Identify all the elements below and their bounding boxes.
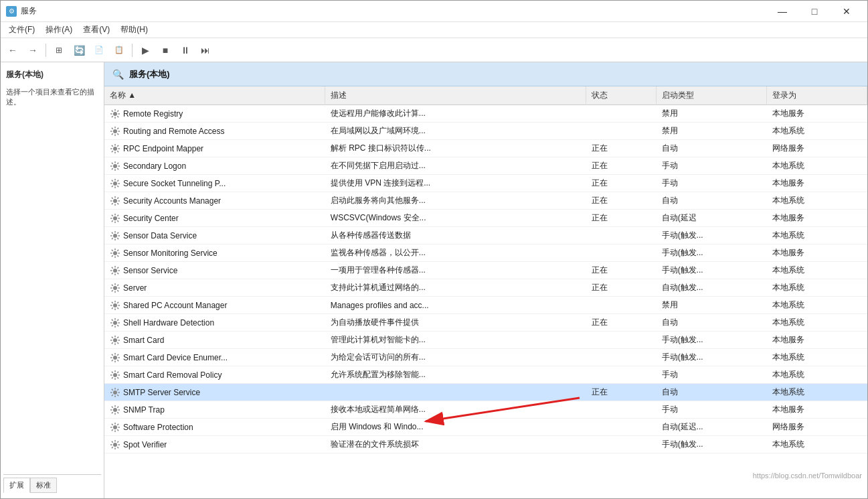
- service-name: Security Center: [123, 214, 179, 223]
- svg-point-126: [113, 356, 117, 360]
- svg-line-98: [112, 290, 113, 291]
- table-row[interactable]: RPC Endpoint Mapper 解析 RPC 接口标识符以传...正在自…: [104, 140, 867, 157]
- table-row[interactable]: Sensor Monitoring Service 监视各种传感器，以公开...…: [104, 244, 867, 262]
- service-name-cell: Security Accounts Manager: [104, 192, 325, 210]
- gear-icon: [110, 439, 120, 450]
- table-row[interactable]: Software Protection 启用 Windows 和 Windo..…: [104, 419, 867, 436]
- minimize-button[interactable]: —: [767, 1, 798, 22]
- properties-button[interactable]: 📋: [110, 41, 128, 60]
- table-row[interactable]: Smart Card Device Enumer... 为给定会话可访问的所有.…: [104, 349, 867, 366]
- back-button[interactable]: ←: [3, 41, 22, 60]
- svg-line-151: [117, 388, 118, 390]
- svg-line-24: [117, 151, 118, 152]
- service-startup-type: 手动(触发...: [657, 244, 767, 262]
- col-header-name[interactable]: 名称 ▲: [104, 86, 325, 105]
- svg-line-150: [117, 395, 118, 396]
- table-row[interactable]: Server 支持此计算机通过网络的...正在自动(触发...本地系统: [104, 279, 867, 297]
- svg-line-95: [112, 284, 113, 285]
- service-logon: 本地系统: [767, 384, 867, 401]
- service-startup-type: 手动: [657, 157, 767, 175]
- svg-line-80: [112, 255, 113, 257]
- table-row[interactable]: Smart Card Removal Policy 允许系统配置为移除智能...…: [104, 366, 867, 384]
- service-logon: 本地系统: [767, 157, 867, 175]
- service-description: 在不同凭据下启用启动过...: [325, 157, 586, 175]
- svg-point-0: [113, 112, 117, 116]
- service-description: [325, 384, 586, 401]
- col-header-desc[interactable]: 描述: [325, 86, 586, 105]
- service-name-cell: Secondary Logon: [104, 157, 325, 175]
- service-name: Sensor Service: [123, 266, 177, 275]
- col-header-status[interactable]: 状态: [586, 86, 657, 105]
- table-row[interactable]: Remote Registry 使远程用户能修改此计算...禁用本地服务: [104, 105, 867, 123]
- service-logon: 网络服务: [767, 140, 867, 157]
- service-status: 正在: [586, 314, 657, 332]
- menu-action[interactable]: 操作(A): [40, 23, 78, 37]
- col-header-startup[interactable]: 启动类型: [657, 86, 767, 105]
- content-header-icon: 🔍: [112, 69, 124, 80]
- sidebar-description: 选择一个项目来查看它的描述。: [3, 82, 101, 113]
- svg-line-14: [112, 127, 113, 129]
- service-name: Smart Card Device Enumer...: [123, 353, 228, 362]
- show-hide-button[interactable]: ⊞: [50, 41, 68, 60]
- svg-line-97: [117, 284, 118, 285]
- table-row[interactable]: Shared PC Account Manager Manages profil…: [104, 297, 867, 314]
- table-row[interactable]: Spot Verifier 验证潜在的文件系统损坏手动(触发...本地系统: [104, 436, 867, 453]
- menu-help[interactable]: 帮助(H): [115, 23, 153, 37]
- col-header-logon[interactable]: 登录为: [767, 86, 867, 105]
- table-row[interactable]: Sensor Service 一项用于管理各种传感器...正在手动(触发...本…: [104, 262, 867, 279]
- service-startup-type: 自动(触发...: [657, 279, 767, 297]
- svg-line-79: [117, 249, 118, 251]
- svg-line-89: [112, 273, 113, 274]
- table-row[interactable]: Security Accounts Manager 启动此服务将向其他服务...…: [104, 192, 867, 210]
- menu-view[interactable]: 查看(V): [78, 23, 115, 37]
- svg-point-108: [113, 321, 117, 325]
- maximize-button[interactable]: □: [799, 1, 830, 22]
- table-row[interactable]: Secondary Logon 在不同凭据下启用启动过...正在手动本地系统: [104, 157, 867, 175]
- service-name: Shell Hardware Detection: [123, 318, 214, 328]
- table-row[interactable]: SMTP Server Service 正在自动本地系统: [104, 384, 867, 401]
- menu-file[interactable]: 文件(F): [3, 23, 40, 37]
- pause-button[interactable]: ⏸: [176, 41, 195, 60]
- resume-button[interactable]: ⏭: [196, 41, 215, 60]
- table-container[interactable]: 名称 ▲ 描述 状态 启动类型 登录为: [104, 86, 867, 498]
- service-description: 监视各种传感器，以公开...: [325, 244, 586, 262]
- stop-button[interactable]: ■: [156, 41, 175, 60]
- service-status: 正在: [586, 279, 657, 297]
- table-row[interactable]: Smart Card 管理此计算机对智能卡的...手动(触发...本地服务: [104, 332, 867, 349]
- main-window: ⚙ 服务 — □ ✕ 文件(F) 操作(A) 查看(V) 帮助(H) ← → ⊞…: [0, 0, 868, 499]
- svg-line-168: [117, 429, 118, 431]
- content-panel: 🔍 服务(本地) 名称 ▲ 描述 状态 启动类型 登录为: [104, 62, 867, 498]
- main-area: 服务(本地) 选择一个项目来查看它的描述。 扩展 标准 🔍 服务(本地) 名称 …: [1, 62, 867, 498]
- service-name-cell: Spot Verifier: [104, 436, 325, 453]
- svg-line-131: [112, 354, 113, 355]
- table-row[interactable]: Secure Socket Tunneling P... 提供使用 VPN 连接…: [104, 175, 867, 192]
- start-button[interactable]: ▶: [136, 41, 155, 60]
- table-row[interactable]: Routing and Remote Access 在局域网以及广域网环境...…: [104, 123, 867, 140]
- gear-icon: [110, 265, 120, 276]
- table-row[interactable]: Security Center WSCSVC(Windows 安全...正在自动…: [104, 210, 867, 227]
- svg-line-113: [112, 319, 113, 320]
- refresh-button[interactable]: 🔄: [70, 41, 88, 60]
- app-icon: ⚙: [6, 6, 17, 17]
- forward-button[interactable]: →: [23, 41, 42, 60]
- gear-icon: [110, 370, 120, 380]
- tab-standard[interactable]: 标准: [30, 478, 57, 493]
- table-row[interactable]: Sensor Data Service 从各种传感器传送数据手动(触发...本地…: [104, 227, 867, 244]
- table-row[interactable]: Shell Hardware Detection 为自动播放硬件事件提供正在自动…: [104, 314, 867, 332]
- sidebar-tabs: 扩展 标准: [3, 474, 101, 493]
- service-name-cell: Remote Registry: [104, 105, 325, 123]
- gear-icon: [110, 196, 120, 206]
- svg-line-143: [112, 377, 113, 378]
- svg-line-34: [117, 162, 118, 163]
- tab-expand[interactable]: 扩展: [3, 478, 30, 493]
- service-description: 为自动播放硬件事件提供: [325, 314, 586, 332]
- service-status: [586, 244, 657, 262]
- service-name: Software Protection: [123, 423, 193, 432]
- svg-line-133: [117, 354, 118, 355]
- service-logon: 本地系统: [767, 436, 867, 453]
- export-button[interactable]: 📄: [90, 41, 108, 60]
- close-button[interactable]: ✕: [831, 1, 862, 22]
- table-row[interactable]: SNMP Trap 接收本地或远程简单网络...手动本地服务: [104, 401, 867, 419]
- svg-line-53: [112, 203, 113, 204]
- svg-line-179: [112, 447, 113, 448]
